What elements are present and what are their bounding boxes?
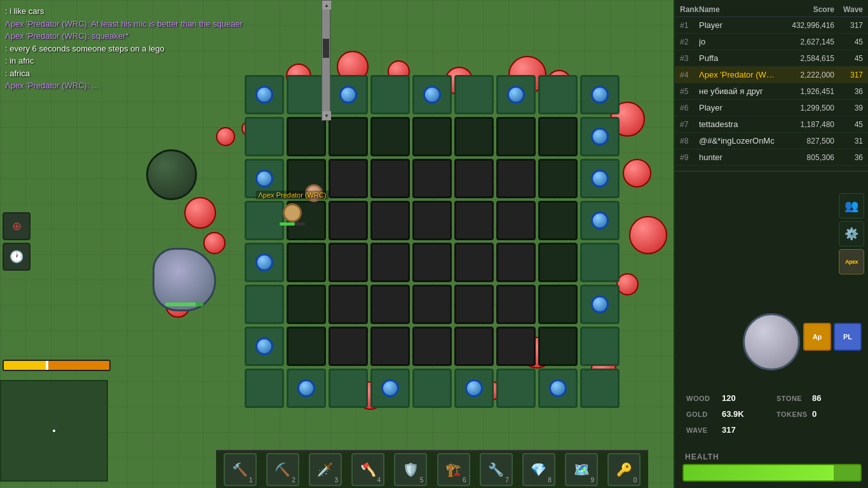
toolbar-slot[interactable]: 🏗️6	[437, 453, 470, 486]
fortress-tile-dark	[538, 159, 578, 198]
toolbar-slot[interactable]: 💎8	[522, 453, 555, 486]
chat-message: : i like cars	[5, 5, 325, 18]
wave-label: WAVE	[686, 426, 718, 434]
apex-tag-icon[interactable]: Apex	[839, 249, 864, 274]
fortress-tile-dark	[538, 243, 578, 282]
enemy-ball	[508, 56, 546, 94]
lb-rank-cell: #4	[680, 71, 699, 79]
clock-icon[interactable]: 🕐	[3, 243, 31, 271]
toolbar-slot[interactable]: 🔑0	[607, 453, 641, 486]
crosshair-icon[interactable]: ⊕	[3, 212, 31, 240]
toolbar-slot[interactable]: ⛏️2	[266, 453, 299, 486]
toolbar-slot-number: 1	[249, 477, 253, 484]
fortress-tile	[287, 369, 326, 408]
scrollbar-arrow-up[interactable]: ▲	[322, 1, 331, 10]
health-label: HEALTH	[682, 452, 862, 461]
player-health-fill	[280, 222, 295, 226]
lb-rank-cell: #3	[680, 54, 699, 63]
lb-wave-cell: 45	[834, 54, 863, 63]
enemy-ball	[610, 102, 645, 137]
wood-label: WOOD	[686, 395, 718, 402]
fortress-tile-dark	[287, 285, 326, 324]
player-buttons: Ap PL	[803, 323, 862, 351]
toolbar-slot[interactable]: 🔧7	[480, 453, 513, 486]
fortress-tile	[580, 369, 620, 408]
toolbar-slot-icon: 🗡️	[317, 462, 333, 477]
leaderboard-row: #3Puffa2,584,61545	[675, 50, 868, 67]
lb-name-cell: не убивай я друг	[699, 86, 777, 96]
toolbar-slot-number: 8	[548, 477, 552, 484]
fortress-tile	[370, 369, 410, 408]
leaderboard-row: #4Λpex 'Predator (WRC)2,222,000317	[675, 67, 868, 83]
fortress-tile	[370, 75, 410, 114]
enemy-ball	[241, 121, 257, 137]
leaderboard-row: #7tettadestra1,187,48045	[675, 116, 868, 133]
fortress-tile	[329, 75, 368, 114]
fortress-tile	[496, 369, 536, 408]
enemy-ball	[546, 70, 572, 95]
game-area[interactable]: Λpex Predator (WRC) : i like carsΛpex 'P…	[0, 0, 674, 488]
ap-button[interactable]: Ap	[803, 323, 831, 351]
leaderboard-row: #9hunter805,30636	[675, 149, 868, 166]
fortress-tile-dark	[454, 117, 494, 156]
lb-score-cell: 827,500	[777, 137, 834, 146]
fortress-tile	[454, 369, 494, 408]
enemy-ball	[445, 67, 473, 95]
player-health-bar	[280, 222, 305, 226]
lb-name-cell: jo	[699, 37, 777, 46]
fortress-tile-dark	[454, 285, 494, 324]
lb-wave-cell: 36	[834, 153, 863, 162]
chat-scrollbar[interactable]: ▲ ▼	[322, 0, 330, 121]
lb-rank-cell: #5	[680, 87, 699, 96]
lb-wave-cell: 45	[834, 120, 863, 129]
fortress-tile-dark	[370, 285, 410, 324]
fortress-tile	[245, 117, 284, 156]
fortress-tile-dark	[370, 243, 410, 282]
gold-label: GOLD	[686, 410, 718, 418]
toolbar-slot[interactable]: 🔨1	[224, 453, 257, 486]
big-enemy	[153, 248, 216, 311]
enemy-ball	[184, 197, 216, 229]
avatar-area	[743, 313, 800, 370]
enemy-ball	[356, 381, 384, 410]
toolbar-slot-icon: ⛏️	[275, 462, 290, 477]
toolbar-slot-icon: 🛡️	[403, 462, 419, 477]
enemy-ball	[483, 381, 502, 400]
fortress-tile-dark	[329, 201, 368, 240]
fortress-tile	[245, 201, 284, 240]
lb-rank-cell: #2	[680, 37, 699, 46]
leaderboard: Rank Name Score Wave #1Player432,996,416…	[675, 0, 868, 168]
fortress-tile	[580, 285, 620, 324]
toolbar-slot[interactable]: 🗺️9	[565, 453, 598, 486]
toolbar-slot-number: 5	[420, 477, 424, 484]
fortress-tile-dark	[538, 327, 578, 366]
enemy-ball	[546, 369, 569, 391]
lb-score-cell: 432,996,416	[777, 21, 834, 30]
fortress-tile-dark	[287, 117, 326, 156]
right-panel: Rank Name Score Wave #1Player432,996,416…	[674, 0, 868, 488]
lb-score-cell: 2,222,000	[777, 71, 834, 79]
minimap-player-dot	[53, 430, 55, 432]
fortress-tile-dark	[496, 243, 536, 282]
toolbar-slot[interactable]: 🗡️3	[309, 453, 342, 486]
gold-value: 63.9K	[722, 409, 744, 419]
name-header: Name	[699, 5, 777, 14]
team-icon[interactable]: 👥	[839, 193, 864, 219]
leaderboard-row: #6Player1,299,50039	[675, 100, 868, 116]
lb-wave-cell: 317	[834, 71, 863, 79]
fortress-tile	[580, 243, 620, 282]
tree	[146, 149, 197, 200]
scrollbar-thumb[interactable]	[323, 39, 329, 58]
toolbar-slot[interactable]: 🪓4	[351, 453, 384, 486]
toolbar-slot[interactable]: 🛡️5	[394, 453, 427, 486]
settings-icon[interactable]: ⚙️	[839, 221, 864, 247]
lb-rank-cell: #6	[680, 104, 699, 112]
pl-button[interactable]: PL	[834, 323, 862, 351]
xp-bar-orange	[48, 361, 109, 370]
enemy-ball	[585, 79, 604, 98]
fortress-tile-dark	[496, 201, 536, 240]
wave-stat: WAVE 317	[682, 423, 771, 437]
lb-rank-cell: #7	[680, 120, 699, 129]
scrollbar-arrow-down[interactable]: ▼	[322, 111, 331, 120]
fortress-tile	[580, 327, 620, 366]
